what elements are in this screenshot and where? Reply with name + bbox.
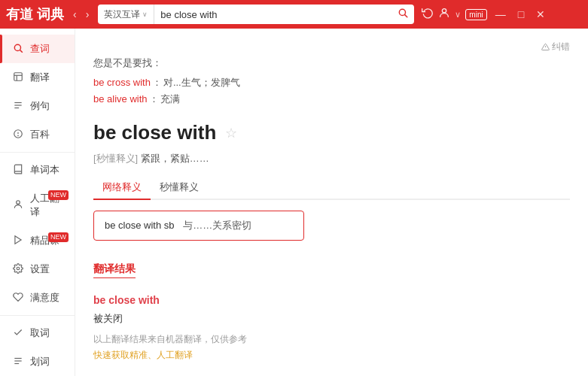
colon-1: ： [149,93,159,105]
forward-button[interactable]: › [83,7,93,22]
sidebar-item-extract[interactable]: 取词 [0,319,75,347]
svg-line-1 [405,15,407,17]
report-error-button[interactable]: 纠错 [541,41,570,53]
sidebar-item-search[interactable]: 查词 [0,35,75,63]
report-error-label: 纠错 [552,41,570,53]
meaning-1: 充满 [160,93,180,105]
example-sidebar-icon [12,100,24,113]
titlebar: 有道 词典 ‹ › 英汉互译 ∨ ∨ [0,0,588,29]
sidebar-label-extract: 取词 [30,326,50,340]
sidebar-item-translate[interactable]: 翻译 [0,63,75,92]
premium-sidebar-icon [12,235,24,247]
svg-point-13 [18,135,19,136]
search-input[interactable] [154,9,391,20]
lang-selector[interactable]: 英汉互译 ∨ [98,5,154,24]
report-error-row: 纠错 [93,41,570,53]
def-definition: 与……关系密切 [183,220,251,231]
suggestion-label: 您是不是要找： [93,57,162,68]
sidebar-label-wordbook: 单词本 [30,163,59,177]
translate-sidebar-icon [12,71,24,84]
quick-meaning: [秒懂释义] 紧跟，紧贴…… [93,152,570,165]
svg-point-3 [14,44,20,50]
sidebar-divider-2 [0,315,75,316]
search-bar: 英汉互译 ∨ [98,5,414,24]
sidebar-item-human-translate[interactable]: 人工翻译 NEW [0,184,75,226]
sidebar-label-wiki: 百科 [30,128,50,141]
svg-point-16 [17,267,20,270]
app-logo: 有道 词典 [6,5,64,23]
search-button[interactable] [391,8,414,21]
svg-point-14 [17,200,20,204]
svg-marker-15 [15,235,21,244]
main-layout: 查词 翻译 例句 [0,29,588,376]
svg-rect-5 [14,72,23,80]
translation-result-section: 翻译结果 be close with 被关闭 以上翻译结果来自机器翻译，仅供参考… [93,262,570,362]
settings-sidebar-icon [12,263,24,276]
svg-point-2 [443,9,446,13]
star-icon[interactable]: ☆ [225,125,237,141]
tab-web[interactable]: 网络释义 [93,176,151,200]
sidebar-item-example[interactable]: 例句 [0,92,75,120]
titlebar-actions: ∨ mini — □ ✕ [422,7,549,22]
result-link-row: 快速获取精准、人工翻译 [93,347,570,362]
quick-def-text: 紧跟，紧贴…… [141,153,209,164]
human-translate-sidebar-icon [12,199,24,212]
def-phrase: be close with sb [105,220,175,231]
maximize-button[interactable]: □ [514,7,528,22]
back-button[interactable]: ‹ [70,7,80,22]
avatar-chevron-icon[interactable]: ∨ [455,10,461,20]
satisfaction-sidebar-icon [12,292,24,305]
sidebar-item-premium[interactable]: 精品课 NEW [0,226,75,255]
suggestion-phrase-1[interactable]: be alive with [93,93,148,105]
sidebar-divider [0,152,75,153]
suggestion-item-1: be alive with：充满 [93,92,570,106]
suggestion-phrase-0[interactable]: be cross with [93,77,151,88]
extract-sidebar-icon [12,327,24,340]
word-title-section: be close with ☆ [93,121,570,144]
quick-def-label: [秒懂释义] [93,153,138,164]
suggestion-item-0: be cross with：对...生气；发脾气 [93,76,570,89]
result-translation-row: 被关闭 [93,311,570,326]
mini-badge[interactable]: mini [465,9,486,20]
main-word-title: be close with [93,121,216,144]
wiki-sidebar-icon [12,129,24,141]
suggestion-section: 您是不是要找： [93,56,570,70]
close-button[interactable]: ✕ [532,7,549,22]
clip-sidebar-icon [12,356,24,368]
wordbook-sidebar-icon [12,164,24,177]
new-badge-human-translate: NEW [48,190,69,200]
nav-buttons: ‹ › [70,7,92,22]
search-sidebar-icon [12,43,24,56]
avatar-icon[interactable] [438,7,450,22]
result-phrase: be close with [93,294,160,306]
svg-line-4 [20,50,23,52]
sidebar-item-satisfaction[interactable]: 满意度 [0,284,75,312]
sidebar-label-search: 查词 [30,42,50,56]
sidebar-label-translate: 翻译 [30,71,50,84]
history-icon[interactable] [422,7,434,22]
result-phrase-row: be close with [93,293,570,307]
sidebar-item-settings[interactable]: 设置 [0,255,75,284]
result-translation: 被关闭 [93,313,123,324]
sidebar-label-example: 例句 [30,99,50,113]
sidebar-label-settings: 设置 [30,262,50,276]
sidebar: 查词 翻译 例句 [0,29,75,376]
lang-label: 英汉互译 [104,8,140,21]
content-area: 纠错 您是不是要找： be cross with：对...生气；发脾气 be a… [75,29,588,376]
result-note-row: 以上翻译结果来自机器翻译，仅供参考 [93,332,570,346]
new-badge-premium: NEW [48,232,69,242]
result-note-text: 以上翻译结果来自机器翻译，仅供参考 [93,334,247,344]
minimize-button[interactable]: — [492,7,510,22]
colon-0: ： [152,77,162,88]
sidebar-label-satisfaction: 满意度 [30,291,59,305]
sidebar-item-clip[interactable]: 划词 [0,347,75,376]
definition-box: be close with sb 与……关系密切 [93,211,304,241]
sidebar-item-wordbook[interactable]: 单词本 [0,156,75,184]
tab-instant[interactable]: 秒懂释义 [151,176,208,200]
translation-result-label: 翻译结果 [93,262,136,278]
meaning-0: 对...生气；发脾气 [163,77,240,88]
sidebar-item-wiki[interactable]: 百科 [0,120,75,149]
sidebar-label-clip: 划词 [30,355,50,368]
result-link[interactable]: 快速获取精准、人工翻译 [93,350,193,360]
definition-tabs: 网络释义 秒懂释义 [93,176,570,200]
